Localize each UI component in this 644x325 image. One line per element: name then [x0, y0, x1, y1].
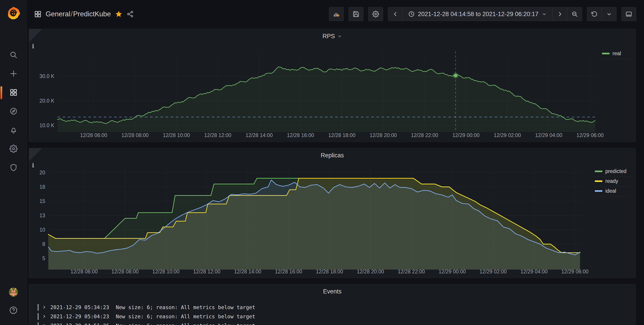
log-level-bar	[38, 322, 39, 325]
expand-chevron-icon[interactable]	[42, 324, 50, 325]
legend-item-ideal[interactable]: ideal	[594, 187, 630, 197]
refresh-button[interactable]	[587, 7, 602, 21]
help-icon[interactable]	[9, 306, 18, 316]
panel-title: Events	[323, 288, 342, 295]
replicas-chart-svg[interactable]: 12/28 06:0012/28 08:0012/28 10:0012/28 1…	[29, 148, 636, 278]
panel-info-corner-icon[interactable]: i	[29, 29, 42, 42]
log-level-bar	[38, 313, 39, 320]
sidebar-item-search[interactable]	[0, 46, 27, 65]
sidebar-item-explore[interactable]	[0, 102, 27, 121]
svg-text:8: 8	[42, 241, 45, 247]
panel-events-title-button[interactable]: Events	[29, 284, 636, 299]
svg-text:12/29 06:00: 12/29 06:00	[576, 132, 604, 138]
dashboards-grid-icon	[10, 88, 18, 97]
svg-text:12/28 16:00: 12/28 16:00	[287, 132, 314, 138]
svg-text:12/29 00:00: 12/29 00:00	[452, 132, 480, 138]
svg-text:12/28 20:00: 12/28 20:00	[370, 132, 397, 138]
sidebar-item-create[interactable]	[0, 65, 27, 83]
svg-text:10.0 K: 10.0 K	[40, 122, 54, 128]
svg-text:20.0 K: 20.0 K	[40, 98, 54, 104]
favorite-star-icon[interactable]	[115, 10, 122, 18]
avatar[interactable]	[9, 288, 18, 298]
panel-rps-title-button[interactable]: RPS	[29, 29, 636, 43]
svg-text:20: 20	[39, 170, 45, 175]
time-range-label: 2021-12-28 04:14:58 to 2021-12-29 06:20:…	[418, 11, 538, 18]
legend-item-ready[interactable]: ready	[594, 177, 630, 187]
save-dashboard-button[interactable]	[348, 7, 363, 21]
legend-label: ideal	[605, 188, 616, 194]
legend-swatch	[595, 180, 602, 182]
sidebar-item-configuration[interactable]	[0, 140, 27, 158]
svg-text:12/28 10:00: 12/28 10:00	[163, 132, 190, 138]
clock-icon	[408, 11, 415, 17]
chevron-down-icon	[542, 11, 547, 17]
svg-text:12/28 22:00: 12/28 22:00	[411, 132, 438, 138]
expand-chevron-icon[interactable]	[42, 305, 50, 309]
panel-replicas-title-button[interactable]: Replicas	[29, 148, 636, 162]
bell-icon	[10, 126, 18, 135]
svg-text:10: 10	[39, 227, 45, 233]
dashboard-toolbar: 2021-12-28 04:14:58 to 2021-12-29 06:20:…	[329, 7, 636, 21]
sidebar-item-server-admin[interactable]	[0, 158, 27, 177]
refresh-interval-dropdown[interactable]	[602, 7, 616, 21]
event-log-row[interactable]: 2021-12-29 04:51:26New size: 6; reason: …	[38, 321, 630, 325]
search-icon	[10, 51, 18, 60]
rps-chart-svg[interactable]: 12/28 06:0012/28 08:0012/28 10:0012/28 1…	[29, 29, 636, 142]
legend-item-predicted[interactable]: predicted	[594, 167, 630, 177]
dashboard-grid-icon[interactable]	[34, 10, 42, 18]
panel-info-corner-icon[interactable]: i	[29, 148, 42, 161]
expand-chevron-icon[interactable]	[42, 314, 50, 319]
legend-swatch	[595, 171, 602, 172]
legend-item-real[interactable]: real	[601, 49, 630, 59]
cycle-view-mode-button[interactable]	[622, 7, 636, 21]
sidebar-item-alerting[interactable]	[0, 121, 27, 140]
time-picker-group: 2021-12-28 04:14:58 to 2021-12-29 06:20:…	[388, 7, 582, 21]
log-level-bar	[38, 304, 39, 311]
legend-swatch	[602, 53, 610, 54]
refresh-group	[587, 7, 616, 21]
grafana-logo[interactable]	[6, 6, 20, 20]
plus-icon	[10, 69, 18, 79]
add-panel-button[interactable]	[329, 7, 344, 21]
svg-text:12/29 04:00: 12/29 04:00	[535, 132, 562, 138]
svg-text:15: 15	[39, 198, 45, 204]
header: General / PredictKube 2021-12-28 04:14:5	[27, 0, 644, 28]
event-message: New size: 6; reason: All metrics below t…	[116, 305, 255, 310]
time-range-back-button[interactable]	[388, 7, 403, 21]
share-icon[interactable]	[126, 10, 134, 18]
dashboard-settings-button[interactable]	[368, 7, 383, 21]
legend-label: ready	[605, 178, 618, 184]
time-range-picker[interactable]: 2021-12-28 04:14:58 to 2021-12-29 06:20:…	[403, 7, 552, 21]
replicas-legend: predictedreadyideal	[594, 167, 630, 197]
event-timestamp: 2021-12-29 05:04:23	[50, 314, 109, 320]
svg-text:12/28 06:00: 12/28 06:00	[80, 132, 107, 138]
compass-icon	[10, 107, 18, 116]
zoom-out-button[interactable]	[567, 7, 582, 21]
breadcrumb-folder[interactable]: General	[46, 10, 70, 18]
replicas-chart[interactable]: 12/28 06:0012/28 08:0012/28 10:0012/28 1…	[29, 148, 636, 278]
event-log-row[interactable]: 2021-12-29 05:04:23New size: 6; reason: …	[38, 312, 630, 321]
panel-replicas: i Replicas 12/28 06:0012/28 08:0012/28 1…	[29, 148, 636, 278]
panel-rps: i RPS 12/28 06:0012/28 08:0012/28 10:001…	[29, 29, 636, 142]
active-indicator	[0, 86, 2, 99]
event-message: New size: 6; reason: All metrics below t…	[116, 323, 255, 325]
time-range-forward-button[interactable]	[552, 7, 567, 21]
sidebar-item-dashboards[interactable]	[0, 83, 27, 102]
event-log-row[interactable]: 2021-12-29 05:34:23New size: 6; reason: …	[38, 303, 630, 312]
rps-chart[interactable]: 12/28 06:0012/28 08:0012/28 10:0012/28 1…	[29, 29, 636, 142]
breadcrumb-separator: /	[71, 10, 73, 18]
shield-icon	[10, 163, 18, 173]
hover-point	[454, 74, 457, 77]
svg-text:12/28 18:00: 12/28 18:00	[328, 132, 356, 138]
breadcrumb: General / PredictKube	[34, 0, 134, 28]
panel-title: Replicas	[321, 152, 344, 159]
svg-text:12/29 02:00: 12/29 02:00	[494, 132, 521, 138]
sidebar-bottom	[0, 288, 27, 316]
rps-legend: real	[601, 49, 630, 59]
breadcrumb-dashboard[interactable]: PredictKube	[73, 10, 111, 18]
svg-text:5: 5	[42, 256, 45, 261]
series-real-fill	[58, 67, 595, 132]
gear-icon	[10, 145, 18, 154]
chevron-down-icon	[337, 34, 342, 39]
svg-text:12/28 12:00: 12/28 12:00	[204, 132, 232, 138]
